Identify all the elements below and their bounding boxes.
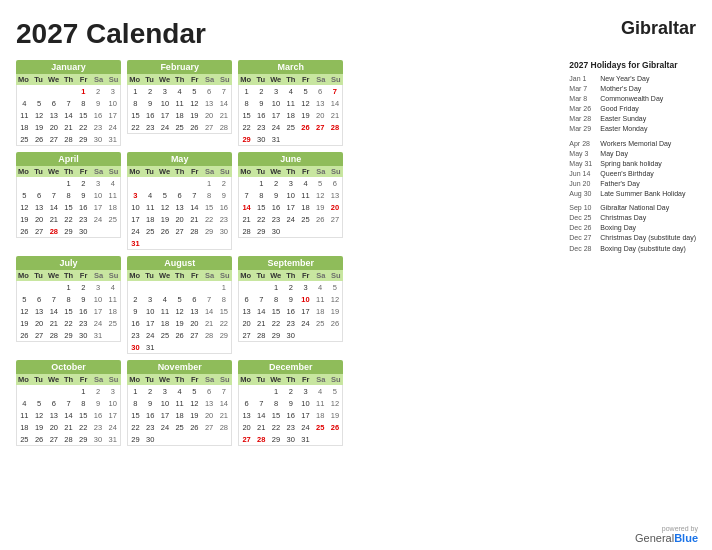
month-header-may: May — [127, 152, 232, 166]
day-cell: 13 — [313, 97, 328, 109]
days-grid-april: 1234567891011121314151617181920212223242… — [16, 177, 121, 238]
day-cell: 13 — [328, 189, 343, 201]
day-cell: 19 — [32, 421, 47, 433]
holiday-date: Dec 25 — [569, 213, 597, 222]
day-cell: 7 — [254, 397, 269, 409]
day-cell: 8 — [269, 397, 284, 409]
day-cell: 22 — [128, 421, 143, 433]
day-cell: 8 — [61, 189, 76, 201]
day-cell: 11 — [283, 97, 298, 109]
day-cell: 26 — [32, 433, 47, 445]
day-cell: 14 — [61, 109, 76, 121]
day-cell: 17 — [158, 409, 173, 421]
day-header-mo: Mo — [238, 166, 253, 177]
day-cell: 4 — [172, 385, 187, 397]
day-cell: 13 — [46, 409, 61, 421]
day-cell: 2 — [91, 385, 106, 397]
empty-cell — [187, 177, 202, 189]
holiday-item: Mar 7Mother's Day — [569, 84, 696, 93]
day-cell: 5 — [172, 293, 187, 305]
day-cell: 7 — [239, 189, 254, 201]
day-cell: 14 — [254, 305, 269, 317]
day-cell: 1 — [128, 385, 143, 397]
day-cell: 26 — [328, 421, 343, 433]
day-cell: 30 — [91, 433, 106, 445]
day-headers: MoTuWeThFrSaSu — [238, 74, 343, 85]
day-header-su: Su — [328, 166, 343, 177]
day-cell: 5 — [187, 385, 202, 397]
day-cell: 14 — [216, 397, 231, 409]
day-header-sa: Sa — [202, 374, 217, 385]
day-cell: 20 — [239, 317, 254, 329]
holidays-section: 2027 Holidays for Gibraltar Jan 1New Yea… — [561, 60, 696, 464]
day-cell: 24 — [283, 213, 298, 225]
day-header-tu: Tu — [142, 374, 157, 385]
day-header-mo: Mo — [16, 166, 31, 177]
holiday-name: Good Friday — [600, 104, 639, 113]
day-cell: 3 — [143, 293, 158, 305]
day-cell: 5 — [32, 97, 47, 109]
day-cell: 20 — [202, 409, 217, 421]
empty-cell — [172, 281, 187, 293]
holiday-name: Spring bank holiday — [600, 159, 662, 168]
day-cell: 5 — [32, 397, 47, 409]
holiday-date: Dec 28 — [569, 244, 597, 253]
day-cell: 20 — [46, 121, 61, 133]
day-cell: 7 — [187, 189, 202, 201]
day-cell: 17 — [91, 201, 106, 213]
day-header-we: We — [157, 270, 172, 281]
day-header-sa: Sa — [202, 270, 217, 281]
day-cell: 10 — [298, 293, 313, 305]
holiday-item: Sep 10Gibraltar National Day — [569, 203, 696, 212]
empty-cell — [143, 281, 158, 293]
month-header-july: July — [16, 256, 121, 270]
empty-cell — [17, 85, 32, 97]
day-cell: 22 — [61, 213, 76, 225]
day-cell: 4 — [158, 293, 173, 305]
day-cell: 15 — [202, 201, 217, 213]
day-cell: 15 — [76, 109, 91, 121]
day-cell: 21 — [328, 109, 343, 121]
holiday-date: Dec 26 — [569, 223, 597, 232]
day-headers: MoTuWeThFrSaSu — [16, 270, 121, 281]
day-cell: 17 — [143, 317, 158, 329]
holiday-date: Jan 1 — [569, 74, 597, 83]
holiday-item: Jan 1New Year's Day — [569, 74, 696, 83]
holiday-item: Dec 25Christmas Day — [569, 213, 696, 222]
day-header-mo: Mo — [238, 270, 253, 281]
day-cell: 16 — [269, 201, 284, 213]
day-cell: 24 — [269, 121, 284, 133]
day-header-fr: Fr — [187, 270, 202, 281]
day-header-we: We — [46, 74, 61, 85]
day-cell: 26 — [172, 329, 187, 341]
day-header-th: Th — [172, 166, 187, 177]
day-header-mo: Mo — [127, 166, 142, 177]
day-cell: 24 — [105, 121, 120, 133]
empty-cell — [158, 177, 173, 189]
day-header-fr: Fr — [298, 270, 313, 281]
day-cell: 26 — [187, 421, 202, 433]
month-header-june: June — [238, 152, 343, 166]
day-cell: 22 — [239, 121, 254, 133]
day-cell: 6 — [46, 397, 61, 409]
day-cell: 25 — [105, 317, 120, 329]
day-header-mo: Mo — [127, 74, 142, 85]
day-cell: 4 — [143, 189, 158, 201]
day-cell: 13 — [32, 201, 47, 213]
day-cell: 20 — [32, 213, 47, 225]
day-cell: 29 — [269, 433, 284, 445]
day-cell: 12 — [17, 201, 32, 213]
day-cell: 29 — [202, 225, 217, 237]
day-cell: 27 — [202, 121, 217, 133]
day-cell: 25 — [17, 433, 32, 445]
holiday-name: Commonwealth Day — [600, 94, 663, 103]
day-cell: 21 — [46, 213, 61, 225]
day-cell: 22 — [216, 317, 231, 329]
day-header-th: Th — [283, 374, 298, 385]
day-cell: 8 — [76, 397, 91, 409]
holiday-date: Jun 20 — [569, 179, 597, 188]
day-header-tu: Tu — [142, 74, 157, 85]
day-header-th: Th — [61, 270, 76, 281]
empty-cell — [128, 177, 143, 189]
day-cell: 10 — [105, 97, 120, 109]
